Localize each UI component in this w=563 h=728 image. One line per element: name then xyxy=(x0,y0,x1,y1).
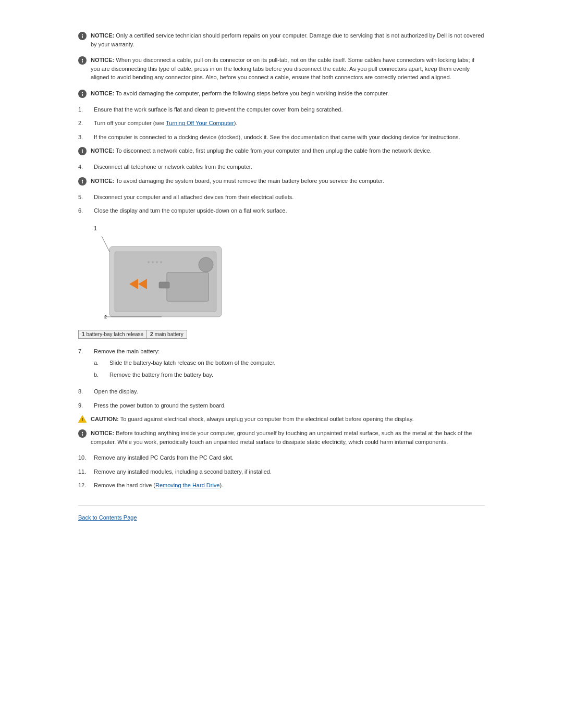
image-label-1: 1 xyxy=(94,226,97,231)
step-7a-text: Slide the battery-bay latch release on t… xyxy=(109,359,276,367)
step-11-num: 11. xyxy=(78,467,94,476)
notice-label-1: NOTICE: xyxy=(91,32,114,39)
notice-1: NOTICE: Only a certified service technic… xyxy=(78,31,485,48)
svg-rect-7 xyxy=(82,151,83,153)
caption-num-2: 2 xyxy=(150,331,153,337)
caption-item-1: 1battery-bay latch release xyxy=(78,330,147,339)
svg-point-4 xyxy=(82,92,83,93)
svg-point-0 xyxy=(82,34,83,35)
step-2-text: Turn off your computer (see Turning Off … xyxy=(94,119,238,128)
step-8: 8. Open the display. xyxy=(78,387,485,396)
step-7b-label: b. xyxy=(94,371,109,379)
step-1-num: 1. xyxy=(78,105,94,114)
step-7-text: Remove the main battery: xyxy=(94,347,276,356)
step-10: 10. Remove any installed PC Cards from t… xyxy=(78,453,485,462)
notice-text-4: NOTICE: To disconnect a network cable, f… xyxy=(91,146,432,155)
svg-line-21 xyxy=(102,236,109,252)
step-7-num: 7. xyxy=(78,347,94,382)
caution-icon-1: ! xyxy=(78,415,87,424)
page-container: NOTICE: Only a certified service technic… xyxy=(57,0,506,541)
notice-body-5: To avoid damaging the system board, you … xyxy=(116,178,384,184)
step-11: 11. Remove any installed modules, includ… xyxy=(78,467,485,476)
notice-label-4: NOTICE: xyxy=(91,147,114,154)
step-7a: a. Slide the battery-bay latch release o… xyxy=(94,359,276,367)
step-4-wrapper: 4. Disconnect all telephone or network c… xyxy=(78,163,485,171)
step-11-text: Remove any installed modules, including … xyxy=(94,467,272,476)
removing-hard-drive-link[interactable]: Removing the Hard Drive xyxy=(155,482,220,488)
step-9-num: 9. xyxy=(78,401,94,410)
step-7-sublist: a. Slide the battery-bay latch release o… xyxy=(94,359,276,379)
step-5-text: Disconnect your computer and all attache… xyxy=(94,193,293,202)
notice-body-3: To avoid damaging the computer, perform … xyxy=(116,90,389,96)
turning-off-link[interactable]: Turning Off Your Computer xyxy=(166,120,234,126)
notice-body-6: Before touching anything inside your com… xyxy=(91,430,472,445)
steps-10-12: 10. Remove any installed PC Cards from t… xyxy=(78,453,485,490)
caption-bar: 1battery-bay latch release 2main battery xyxy=(78,330,485,339)
step-9-text: Press the power button to ground the sys… xyxy=(94,401,226,410)
step-4-num: 4. xyxy=(78,163,94,171)
step-6-num: 6. xyxy=(78,206,94,215)
step-3-num: 3. xyxy=(78,133,94,142)
notice-text-5: NOTICE: To avoid damaging the system boa… xyxy=(91,177,384,186)
svg-rect-12 xyxy=(167,273,209,301)
step-2-num: 2. xyxy=(78,119,94,128)
notice-text-2: NOTICE: When you disconnect a cable, pul… xyxy=(91,56,485,82)
notice-icon-6 xyxy=(78,429,87,438)
step-4: 4. Disconnect all telephone or network c… xyxy=(78,163,485,171)
svg-point-2 xyxy=(82,59,83,60)
notice-label-6: NOTICE: xyxy=(91,430,114,436)
step-12-text: Remove the hard drive (Removing the Hard… xyxy=(94,481,223,490)
svg-rect-1 xyxy=(82,36,83,38)
step-7b-text: Remove the battery from the battery bay. xyxy=(109,371,213,379)
step-8-text: Open the display. xyxy=(94,387,138,396)
step-5: 5. Disconnect your computer and all atta… xyxy=(78,193,485,202)
svg-text:!: ! xyxy=(82,417,83,422)
notice-label-5: NOTICE: xyxy=(91,178,114,184)
back-to-contents-link[interactable]: Back to Contents Page xyxy=(78,514,137,521)
notice-icon-4 xyxy=(78,147,87,155)
svg-rect-27 xyxy=(82,434,83,436)
notice-2: NOTICE: When you disconnect a cable, pul… xyxy=(78,56,485,82)
svg-point-6 xyxy=(82,150,83,151)
step-7: 7. Remove the main battery: a. Slide the… xyxy=(78,347,485,382)
step-4-text: Disconnect all telephone or network cabl… xyxy=(94,163,252,171)
step-1-text: Ensure that the work surface is flat and… xyxy=(94,105,343,114)
caption-label-1: battery-bay latch release xyxy=(87,331,144,337)
svg-point-17 xyxy=(160,261,162,263)
step-3: 3. If the computer is connected to a doc… xyxy=(78,133,485,142)
svg-rect-5 xyxy=(82,94,83,96)
svg-point-16 xyxy=(156,261,158,263)
laptop-image-area: 1 xyxy=(94,226,240,325)
caution-body-1: To guard against electrical shock, alway… xyxy=(120,416,414,422)
notice-icon-2 xyxy=(78,56,87,65)
laptop-diagram: 1 xyxy=(94,226,229,325)
step-7a-label: a. xyxy=(94,359,109,367)
step-7-content: Remove the main battery: a. Slide the ba… xyxy=(94,347,276,382)
caution-1: ! CAUTION: To guard against electrical s… xyxy=(78,415,485,424)
svg-text:2: 2 xyxy=(104,314,107,319)
back-link-wrapper: Back to Contents Page xyxy=(78,514,485,521)
svg-point-26 xyxy=(82,432,83,433)
step-12-num: 12. xyxy=(78,481,94,490)
steps-1-3: 1. Ensure that the work surface is flat … xyxy=(78,105,485,142)
svg-point-15 xyxy=(152,261,154,263)
svg-point-18 xyxy=(199,257,213,272)
step-10-text: Remove any installed PC Cards from the P… xyxy=(94,453,234,462)
svg-point-8 xyxy=(82,179,83,180)
page-divider xyxy=(78,505,485,506)
step-10-num: 10. xyxy=(78,453,94,462)
step-6-text: Close the display and turn the computer … xyxy=(94,206,287,215)
caution-label-1: CAUTION: xyxy=(91,416,119,422)
notice-body-2: When you disconnect a cable, pull on its… xyxy=(91,57,474,80)
notice-icon-1 xyxy=(78,32,87,40)
svg-rect-13 xyxy=(159,282,169,288)
notice-body-4: To disconnect a network cable, first unp… xyxy=(116,147,432,154)
notice-5: NOTICE: To avoid damaging the system boa… xyxy=(78,177,485,186)
step-12: 12. Remove the hard drive (Removing the … xyxy=(78,481,485,490)
svg-point-14 xyxy=(148,261,150,263)
step-3-text: If the computer is connected to a dockin… xyxy=(94,133,460,142)
notice-text-3: NOTICE: To avoid damaging the computer, … xyxy=(91,89,389,98)
notice-icon-5 xyxy=(78,177,87,186)
laptop-svg: 2 xyxy=(94,226,229,322)
notice-6: NOTICE: Before touching anything inside … xyxy=(78,429,485,446)
